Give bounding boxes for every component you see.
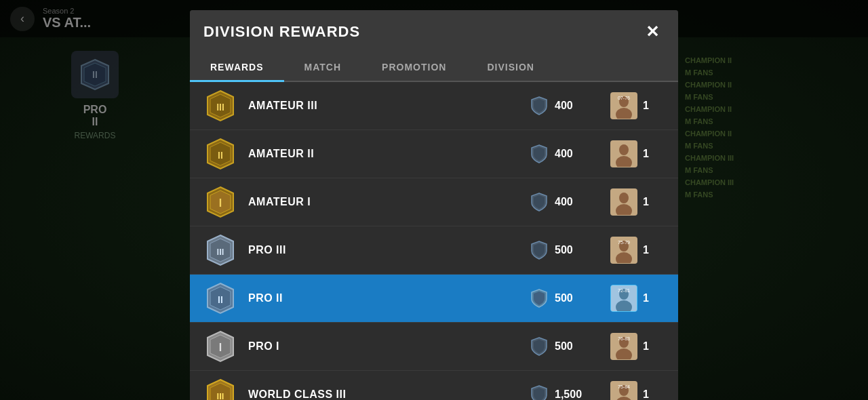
division-name-amateur-ii: AMATEUR II — [248, 148, 529, 160]
rewards-list: III AMATEUR III 400 07-76 — [190, 82, 678, 400]
player-count-amateur-iii: 1 — [643, 100, 649, 112]
shield-value-amateur-ii: 400 — [555, 148, 573, 160]
division-badge-pro-iii: III — [203, 233, 237, 267]
shield-icon-amateur-ii — [529, 144, 549, 164]
tab-division[interactable]: DIVISION — [467, 54, 554, 81]
player-thumb-world-class-iii: 75-84 — [610, 381, 637, 400]
player-count-pro-iii: 1 — [643, 244, 649, 256]
tab-match[interactable]: MATCH — [284, 54, 362, 81]
shield-reward-pro-iii: 500 — [529, 240, 610, 260]
player-count-pro-ii: 1 — [643, 292, 649, 304]
player-card-amateur-i: 1 — [610, 188, 665, 216]
player-count-amateur-ii: 1 — [643, 148, 649, 160]
player-thumb-pro-i: 76-83 — [610, 333, 637, 360]
player-card-pro-i: 76-83 1 — [610, 333, 665, 360]
division-badge-amateur-iii: III — [203, 89, 237, 123]
shield-reward-amateur-i: 400 — [529, 192, 610, 212]
tabs-bar: REWARDS MATCH PROMOTION DIVISION — [190, 54, 678, 82]
shield-icon-amateur-iii — [529, 96, 549, 116]
shield-value-pro-iii: 500 — [555, 244, 573, 256]
division-badge-pro-ii: II — [203, 281, 237, 315]
division-name-amateur-iii: AMATEUR III — [248, 100, 529, 112]
table-row: III AMATEUR III 400 07-76 — [190, 82, 678, 130]
shield-value-amateur-iii: 400 — [555, 100, 573, 112]
division-name-pro-i: PRO I — [248, 340, 529, 353]
svg-text:I: I — [219, 342, 222, 353]
player-thumb-amateur-iii: 07-76 — [610, 92, 637, 119]
svg-text:75-84: 75-84 — [618, 384, 630, 389]
svg-text:III: III — [217, 247, 224, 257]
shield-value-amateur-i: 400 — [555, 196, 573, 208]
svg-point-20 — [619, 193, 629, 203]
shield-reward-pro-ii: 500 — [529, 288, 610, 308]
division-name-pro-iii: PRO III — [248, 244, 529, 256]
svg-text:75-79: 75-79 — [618, 240, 630, 245]
svg-text:72-81: 72-81 — [618, 288, 630, 293]
player-thumb-pro-iii: 75-79 — [610, 237, 637, 264]
shield-value-pro-ii: 500 — [555, 292, 573, 304]
division-badge-pro-i: I — [203, 329, 237, 363]
player-card-amateur-iii: 07-76 1 — [610, 92, 665, 119]
shield-reward-pro-i: 500 — [529, 336, 610, 357]
svg-text:07-76: 07-76 — [618, 96, 630, 100]
svg-text:II: II — [218, 294, 223, 305]
svg-text:II: II — [218, 150, 223, 161]
division-name-world-class-iii: WORLD CLASS III — [248, 388, 529, 400]
player-thumb-amateur-i — [610, 188, 637, 216]
shield-icon-pro-iii — [529, 240, 549, 260]
player-card-amateur-ii: 1 — [610, 140, 665, 167]
division-badge-amateur-i: I — [203, 185, 237, 219]
shield-reward-world-class-iii: 1,500 — [529, 384, 610, 400]
table-row: III WORLD CLASS III 1,500 75-84 — [190, 371, 678, 400]
player-card-pro-iii: 75-79 1 — [610, 237, 665, 264]
modal-title: DIVISION REWARDS — [203, 23, 360, 41]
division-name-amateur-i: AMATEUR I — [248, 196, 529, 208]
division-rewards-modal: DIVISION REWARDS ✕ REWARDS MATCH PROMOTI… — [190, 10, 678, 400]
tab-promotion[interactable]: PROMOTION — [361, 54, 467, 81]
shield-reward-amateur-iii: 400 — [529, 96, 610, 116]
shield-icon-amateur-i — [529, 192, 549, 212]
player-thumb-pro-ii: 72-81 — [610, 285, 637, 312]
tab-rewards[interactable]: REWARDS — [190, 54, 284, 81]
division-badge-world-class-iii: III — [203, 378, 237, 400]
table-row: II AMATEUR II 400 1 — [190, 130, 678, 178]
table-row-highlighted: II PRO II 500 72-81 — [190, 275, 678, 323]
svg-text:III: III — [216, 102, 224, 113]
player-thumb-amateur-ii — [610, 140, 637, 167]
shield-icon-pro-i — [529, 336, 549, 357]
division-badge-amateur-ii: II — [203, 137, 237, 171]
svg-text:III: III — [217, 391, 224, 400]
svg-text:I: I — [219, 197, 222, 209]
table-row: I AMATEUR I 400 1 — [190, 178, 678, 226]
shield-reward-amateur-ii: 400 — [529, 144, 610, 164]
player-count-pro-i: 1 — [643, 340, 649, 353]
modal-header: DIVISION REWARDS ✕ — [190, 10, 678, 54]
player-card-pro-ii: 72-81 1 — [610, 285, 665, 312]
svg-point-14 — [619, 144, 629, 155]
table-row: III PRO III 500 75-79 — [190, 226, 678, 275]
division-name-pro-ii: PRO II — [248, 292, 529, 304]
close-button[interactable]: ✕ — [640, 20, 665, 44]
shield-icon-world-class-iii — [529, 384, 549, 400]
shield-value-world-class-iii: 1,500 — [555, 388, 582, 400]
player-count-world-class-iii: 1 — [643, 388, 649, 400]
player-card-world-class-iii: 75-84 1 — [610, 381, 665, 400]
table-row: I PRO I 500 76-83 — [190, 323, 678, 371]
svg-text:76-83: 76-83 — [618, 336, 630, 341]
player-count-amateur-i: 1 — [643, 196, 649, 208]
shield-icon-pro-ii — [529, 288, 549, 308]
shield-value-pro-i: 500 — [555, 340, 573, 353]
